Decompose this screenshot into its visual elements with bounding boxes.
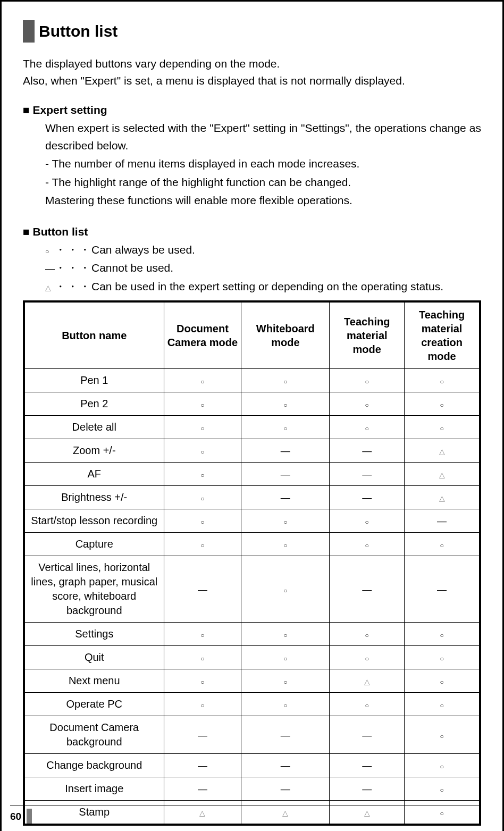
table-row: Operate PC○○○○ (25, 693, 480, 716)
table-row: Capture○○○○ (25, 533, 480, 556)
circle-icon: ○ (440, 632, 443, 639)
row-cell: ○ (405, 623, 480, 646)
row-cell: △ (330, 801, 405, 824)
row-cell: ○ (330, 693, 405, 716)
row-cell: ○ (164, 416, 241, 439)
circle-icon: ○ (200, 378, 204, 385)
legend-always: ○ ・・・ Can always be used. (45, 241, 481, 259)
row-name: Pen 2 (25, 392, 164, 416)
row-name: Quit (25, 646, 164, 669)
table-row: Insert image―――○ (25, 777, 480, 801)
dash-icon: ― (362, 469, 372, 480)
row-cell: ○ (330, 533, 405, 556)
page-number: 60 (10, 810, 32, 825)
legend-dots: ・・・ (55, 259, 91, 277)
dash-icon: ― (362, 784, 372, 794)
row-cell: ― (330, 463, 405, 486)
circle-icon: ○ (440, 542, 443, 549)
row-cell: ― (330, 754, 405, 777)
circle-icon: ○ (200, 448, 204, 456)
circle-icon: ○ (440, 810, 443, 817)
row-cell: ○ (405, 533, 480, 556)
row-cell: △ (241, 801, 330, 824)
row-cell: ○ (164, 669, 241, 693)
circle-icon: ○ (200, 401, 204, 409)
row-name: Stamp (25, 801, 164, 824)
expert-p2: - The number of menu items displayed in … (45, 155, 481, 173)
intro-line-2: Also, when "Expert" is set, a menu is di… (23, 72, 481, 89)
table-row: Zoom +/-○――△ (25, 439, 480, 463)
dash-icon: ― (362, 492, 372, 503)
row-cell: ○ (241, 509, 330, 533)
intro-line-1: The displayed buttons vary depending on … (23, 55, 481, 72)
circle-icon: ○ (200, 425, 204, 432)
expert-p1: When expert is selected with the "Expert… (45, 120, 481, 154)
th-name: Button name (25, 303, 164, 369)
row-cell: ― (241, 463, 330, 486)
table-row: Settings○○○○ (25, 623, 480, 646)
table-row: Start/stop lesson recording○○○― (25, 509, 480, 533)
row-cell: ○ (241, 646, 330, 669)
page-rule (10, 805, 481, 805)
dash-icon: ― (362, 446, 372, 456)
table-row: Next menu○○△○ (25, 669, 480, 693)
table-row: AF○――△ (25, 463, 480, 486)
row-cell: △ (405, 486, 480, 509)
row-name: Zoom +/- (25, 439, 164, 463)
row-cell: ○ (164, 623, 241, 646)
table-header-row: Button name Document Camera mode Whitebo… (25, 303, 480, 369)
dash-icon: ― (362, 584, 372, 595)
table-row: Pen 2○○○○ (25, 392, 480, 416)
row-cell: ― (330, 439, 405, 463)
dash-icon: ― (198, 584, 207, 595)
row-cell: ○ (164, 486, 241, 509)
triangle-icon: △ (439, 494, 445, 502)
page: Button list The displayed buttons vary d… (0, 0, 504, 831)
row-cell: ○ (164, 533, 241, 556)
row-cell: ○ (164, 646, 241, 669)
row-cell: ○ (241, 556, 330, 623)
row-name: Capture (25, 533, 164, 556)
row-cell: ○ (241, 693, 330, 716)
circle-icon: ○ (440, 702, 443, 709)
legend-expert-text: Can be used in the expert setting or dep… (91, 278, 443, 296)
row-cell: ○ (405, 392, 480, 416)
row-cell: ○ (164, 369, 241, 392)
dash-icon: ― (198, 760, 207, 771)
legend-dots: ・・・ (55, 241, 91, 259)
circle-icon: ○ (365, 401, 369, 409)
row-cell: ○ (405, 416, 480, 439)
row-name: Pen 1 (25, 369, 164, 392)
circle-icon: ○ (440, 678, 443, 686)
circle-icon: ○ (45, 247, 55, 257)
row-cell: ○ (405, 754, 480, 777)
circle-icon: ○ (200, 518, 204, 526)
circle-icon: ○ (365, 542, 369, 549)
triangle-icon: △ (45, 282, 55, 294)
circle-icon: ○ (440, 401, 443, 409)
circle-icon: ○ (283, 401, 287, 409)
circle-icon: ○ (365, 632, 369, 639)
row-cell: ○ (405, 777, 480, 801)
row-cell: ― (164, 777, 241, 801)
row-cell: ○ (164, 693, 241, 716)
dash-icon: ― (281, 784, 290, 794)
circle-icon: ○ (200, 678, 204, 686)
row-cell: ○ (330, 392, 405, 416)
row-cell: ○ (405, 716, 480, 754)
row-cell: ― (164, 556, 241, 623)
row-cell: ○ (405, 693, 480, 716)
row-name: Settings (25, 623, 164, 646)
row-cell: ○ (330, 509, 405, 533)
page-title: Button list (39, 22, 117, 40)
row-cell: ― (330, 716, 405, 754)
row-cell: ― (241, 486, 330, 509)
triangle-icon: △ (364, 809, 370, 817)
buttonlist-heading: Button list (23, 225, 481, 238)
row-cell: ○ (241, 533, 330, 556)
title-bar-icon (23, 20, 35, 43)
row-cell: ― (164, 716, 241, 754)
dash-icon: ― (281, 492, 290, 503)
legend-always-text: Can always be used. (91, 241, 195, 259)
circle-icon: ○ (365, 518, 369, 526)
